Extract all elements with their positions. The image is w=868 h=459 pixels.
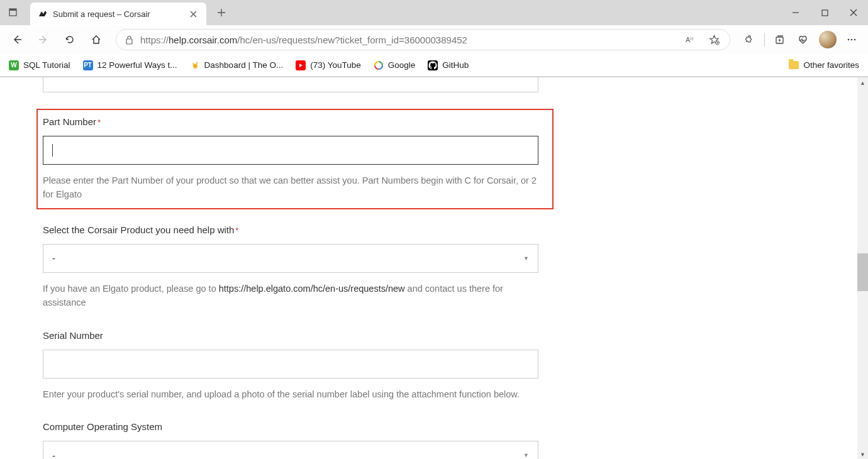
favorite-star-icon[interactable]	[706, 31, 722, 48]
product-label: Select the Corsair Product you need help…	[43, 224, 566, 235]
select-value: -	[52, 450, 55, 459]
corsair-favicon-icon	[38, 9, 48, 19]
bookmark-label: Google	[388, 60, 416, 70]
folder-icon	[789, 61, 799, 69]
bookmark-label: Dashboard | The O...	[204, 60, 284, 70]
bookmark-label: 12 Powerful Ways t...	[97, 60, 177, 70]
avatar-icon	[819, 31, 837, 48]
browser-tab[interactable]: Submit a request – Corsair	[30, 3, 206, 25]
close-window-button[interactable]	[839, 0, 868, 25]
more-menu-icon[interactable]	[840, 28, 863, 52]
dashboard-icon: 🤘	[190, 60, 200, 70]
chevron-down-icon: ▼	[523, 255, 529, 262]
url-scheme: https://	[140, 35, 169, 45]
label-text: Part Number	[43, 116, 96, 127]
previous-field-partial[interactable]	[43, 77, 538, 92]
github-icon	[428, 60, 438, 70]
serial-help: Enter your product's serial number, and …	[43, 387, 540, 401]
svg-rect-3	[822, 10, 828, 16]
product-help: If you have an Elgato product, please go…	[43, 282, 540, 310]
scroll-down-button[interactable]: ▼	[857, 449, 868, 459]
maximize-button[interactable]	[810, 0, 839, 25]
extensions-icon[interactable]	[738, 28, 760, 52]
svg-point-8	[848, 39, 850, 41]
select-value: -	[52, 253, 55, 263]
performance-icon[interactable]	[793, 28, 815, 52]
bookmark-sql-tutorial[interactable]: W SQL Tutorial	[9, 60, 70, 70]
product-group: Select the Corsair Product you need help…	[43, 224, 566, 310]
refresh-button[interactable]	[58, 28, 82, 52]
os-select[interactable]: - ▼	[43, 441, 538, 459]
window-controls	[781, 0, 868, 25]
chevron-down-icon: ▼	[523, 452, 529, 458]
required-indicator: *	[235, 226, 238, 235]
scroll-up-button[interactable]: ▲	[857, 77, 868, 88]
tab-actions-icon[interactable]	[4, 3, 24, 23]
bookmark-github[interactable]: GitHub	[428, 60, 469, 70]
svg-rect-4	[126, 39, 132, 44]
serial-label: Serial Number	[43, 330, 566, 341]
toolbar-right	[738, 28, 863, 52]
home-button[interactable]	[84, 28, 108, 52]
scroll-thumb[interactable]	[857, 253, 868, 291]
bookmarks-bar: W SQL Tutorial PT 12 Powerful Ways t... …	[0, 54, 868, 77]
toolbar-separator	[764, 33, 765, 47]
lock-icon	[124, 35, 134, 45]
read-aloud-icon[interactable]: A⁾⁾	[683, 31, 699, 48]
part-number-highlight: Part Number* Please enter the Part Numbe…	[36, 109, 554, 209]
browser-chrome: Submit a request – Corsair	[0, 0, 868, 77]
bookmark-google[interactable]: Google	[374, 60, 416, 70]
os-label: Computer Operating System	[43, 421, 566, 432]
pt-icon: PT	[83, 60, 93, 70]
part-number-input[interactable]	[43, 136, 538, 165]
page-viewport: Part Number* Please enter the Part Numbe…	[0, 77, 868, 459]
minimize-button[interactable]	[781, 0, 810, 25]
w3schools-icon: W	[9, 60, 19, 70]
bookmark-label: GitHub	[442, 60, 469, 70]
other-favorites-label: Other favorites	[803, 60, 859, 70]
other-favorites[interactable]: Other favorites	[789, 60, 859, 70]
elgato-link[interactable]: https://help.elgato.com/hc/en-us/request…	[219, 284, 405, 294]
url-text: https://help.corsair.com/hc/en-us/reques…	[140, 35, 677, 45]
toolbar: https://help.corsair.com/hc/en-us/reques…	[0, 25, 868, 54]
collections-icon[interactable]	[769, 28, 791, 52]
part-number-label: Part Number*	[43, 116, 547, 127]
svg-point-9	[851, 39, 853, 41]
page-content: Part Number* Please enter the Part Numbe…	[0, 77, 566, 459]
help-pre: If you have an Elgato product, please go…	[43, 284, 219, 294]
profile-avatar[interactable]	[816, 28, 839, 52]
label-text: Select the Corsair Product you need help…	[43, 224, 234, 235]
bookmark-label: SQL Tutorial	[23, 60, 70, 70]
bookmark-dashboard[interactable]: 🤘 Dashboard | The O...	[190, 60, 284, 70]
svg-text:A⁾⁾: A⁾⁾	[686, 36, 694, 44]
serial-group: Serial Number Enter your product's seria…	[43, 330, 566, 401]
part-number-help: Please enter the Part Number of your pro…	[43, 174, 540, 202]
url-domain: help.corsair.com	[169, 35, 237, 45]
text-cursor	[52, 144, 53, 157]
product-select[interactable]: - ▼	[43, 244, 538, 273]
serial-input[interactable]	[43, 350, 538, 379]
tab-strip: Submit a request – Corsair	[0, 0, 868, 25]
address-bar[interactable]: https://help.corsair.com/hc/en-us/reques…	[116, 29, 730, 50]
bookmark-youtube[interactable]: (73) YouTube	[296, 60, 361, 70]
svg-rect-2	[9, 9, 16, 11]
new-tab-button[interactable]	[211, 3, 231, 23]
url-path: /hc/en-us/requests/new?ticket_form_id=36…	[237, 35, 467, 45]
svg-point-10	[854, 39, 856, 41]
os-group: Computer Operating System - ▼	[43, 421, 566, 459]
bookmark-label: (73) YouTube	[310, 60, 361, 70]
youtube-icon	[296, 60, 306, 70]
forward-button[interactable]	[31, 28, 55, 52]
tab-title: Submit a request – Corsair	[53, 9, 182, 19]
scrollbar-track[interactable]: ▲ ▼	[857, 77, 868, 459]
bookmark-powerful-ways[interactable]: PT 12 Powerful Ways t...	[83, 60, 177, 70]
required-indicator: *	[97, 118, 101, 127]
close-icon[interactable]	[187, 8, 199, 19]
google-icon	[374, 60, 384, 70]
back-button[interactable]	[5, 28, 29, 52]
